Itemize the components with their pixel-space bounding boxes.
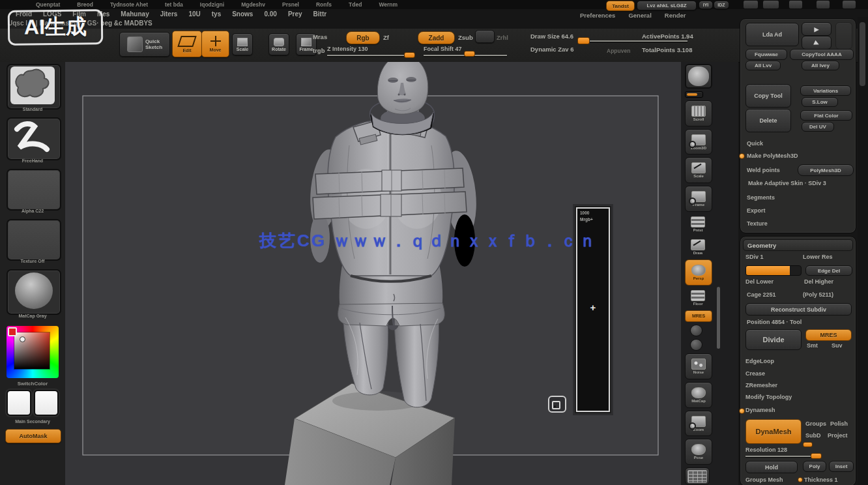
color-picker[interactable] [7, 326, 59, 378]
all-high-button[interactable]: All Ivey [802, 61, 839, 70]
menu-item[interactable]: Wernm [379, 1, 398, 9]
dynamesh-mini-thumb[interactable] [803, 442, 813, 447]
hold-button[interactable]: Hold [745, 461, 798, 473]
load-tool-button[interactable]: Lda Ad [745, 23, 799, 46]
color-picker-cursor[interactable] [20, 336, 25, 342]
stroke-thumbnail-button[interactable] [7, 117, 61, 160]
del-uv-button[interactable]: Del UV [802, 122, 834, 132]
segments-row[interactable]: Segments [747, 194, 775, 201]
shelf-mini-slider[interactable] [685, 91, 703, 98]
menu-item[interactable]: Prey [288, 10, 302, 18]
menu-tab[interactable]: Render [665, 12, 686, 19]
frame-button[interactable]: Frame [685, 186, 712, 212]
make-polymesh-row[interactable]: Make PolyMesh3D [747, 153, 798, 159]
delete-button[interactable]: Delete [745, 109, 791, 132]
zadd-button[interactable]: Zadd [418, 31, 455, 44]
menu-item[interactable]: Snows [232, 10, 253, 18]
draw-size-slider[interactable] [590, 40, 687, 42]
dynamesh-row[interactable]: Dynamesh [745, 407, 775, 413]
del-lower-button[interactable]: Del Lower [745, 278, 774, 285]
mres-shelf-button[interactable]: MRES [685, 310, 712, 321]
quick-sketch-button[interactable]: Quick Sketch [119, 32, 170, 57]
suv-toggle[interactable]: Suv [832, 342, 843, 349]
texture-thumbnail-button[interactable] [7, 219, 61, 261]
copy-tool-button[interactable]: Copy Tool [745, 84, 791, 108]
edge-del-button[interactable]: Edge Del [805, 265, 852, 276]
quick-row[interactable]: Quick [747, 140, 763, 147]
export-tool-button[interactable]: ▶ [802, 36, 832, 50]
alpha-thumbnail-button[interactable] [7, 169, 61, 211]
titlebar-wide-button[interactable]: Lvz ahkL sLG8Z [637, 1, 697, 10]
edgeloop-row[interactable]: EdgeLoop [745, 358, 774, 364]
menu-item[interactable]: Tydnsote Ahet [110, 1, 148, 9]
menu-item[interactable]: 10U [188, 10, 200, 18]
draw-size-slider-thumb[interactable] [577, 37, 590, 44]
palette-scrollbar[interactable] [858, 17, 868, 485]
menu-item[interactable]: Bittr [313, 10, 327, 18]
menu-item[interactable]: Mgdeshv [241, 1, 265, 9]
grid-button[interactable]: Grid [685, 467, 710, 485]
rotate-button[interactable]: Rotate [268, 33, 289, 55]
menu-item[interactable]: Iqodzigni [200, 1, 224, 9]
matcap-button[interactable]: MatCap [685, 382, 712, 408]
floor-button[interactable]: Floor [685, 288, 711, 308]
zmode-box[interactable] [475, 30, 495, 43]
project-toggle[interactable]: Project [828, 432, 848, 439]
shield-icon[interactable] [690, 339, 702, 351]
zoom3d-button[interactable]: Zoom3D [685, 129, 712, 155]
secondary-color-swatch[interactable] [34, 390, 59, 416]
flat-color-button[interactable]: Flat Color [800, 110, 852, 121]
menu-item[interactable]: tet bda [165, 1, 183, 9]
menu-item[interactable]: Mahunay [121, 10, 149, 18]
menu-item[interactable]: Ronfs [316, 1, 332, 9]
geometry-header[interactable]: Geometry [743, 239, 853, 251]
magnify-button[interactable]: Zoom [685, 411, 712, 437]
save-as-button[interactable]: Fquwwae [745, 49, 787, 60]
layers-button[interactable]: Pntst [685, 214, 711, 234]
weld-row[interactable]: Weld points [747, 167, 780, 173]
menu-tab[interactable]: General [628, 12, 651, 19]
divide-button[interactable]: Divide [745, 329, 802, 350]
dynamesh-button[interactable]: DynaMesh [745, 419, 802, 444]
z-intensity-slider-thumb[interactable] [404, 52, 415, 58]
zremesher-row[interactable]: ZRemesher [745, 382, 777, 389]
color-picker-inner-square[interactable] [14, 332, 50, 369]
menu-item[interactable]: 0.00 [264, 10, 276, 18]
automask-button[interactable]: AutoMask [5, 429, 61, 443]
all-low-button[interactable]: All Lvv [745, 61, 781, 70]
lower-res-button[interactable]: Lower Res [803, 254, 833, 260]
floating-panel-plus[interactable]: + [577, 302, 609, 313]
titlebar-small-button-1[interactable]: IYI [699, 1, 713, 9]
polish-toggle[interactable]: Polish [830, 420, 848, 427]
z-intensity-slider[interactable] [327, 55, 404, 56]
smt-toggle[interactable]: Smt [807, 342, 818, 349]
window-icon-button-3[interactable] [788, 0, 803, 9]
menu-item[interactable]: Quenptat [36, 1, 60, 9]
reconstruct-subdiv-button[interactable]: Reconstruct Subdiv [745, 303, 852, 316]
resolution-slider-thumb[interactable] [811, 453, 822, 459]
menu-item[interactable]: Jiters [160, 10, 178, 18]
menu-item[interactable]: Breod [77, 1, 93, 9]
copytool-button[interactable]: CopyTool AAAA [790, 49, 854, 60]
brush-thumbnail-button[interactable] [7, 64, 61, 110]
titlebar-orange-button[interactable]: Tandst [606, 1, 635, 11]
menu-item[interactable]: tys [212, 10, 221, 18]
menu-tab[interactable]: Preferences [580, 12, 615, 19]
main-color-swatch[interactable] [7, 390, 31, 416]
adaptive-skin-row[interactable]: Make Adaptive Skin · SDiv 3 [748, 180, 826, 186]
inset-button[interactable]: Inset [829, 461, 854, 472]
focal-shift-slider-thumb[interactable] [464, 51, 475, 57]
move-button[interactable]: Move [201, 31, 229, 57]
ghost-button[interactable] [835, 22, 852, 50]
groups-toggle[interactable]: Groups [805, 420, 826, 427]
import-tool-button[interactable]: ▶ [802, 22, 832, 36]
shelf-scrollbar[interactable] [717, 287, 720, 349]
material-thumb-button[interactable] [685, 64, 712, 89]
polymesh-pill-button[interactable]: PolyMesh3D [798, 164, 854, 176]
pose-button[interactable]: Pose [685, 439, 712, 465]
scale-doc-button[interactable]: Scale [685, 157, 712, 183]
modify-topology-row[interactable]: Modify Topology [745, 394, 792, 400]
undo-circle-icon[interactable] [690, 325, 702, 336]
edit-button[interactable]: Edit [172, 31, 202, 57]
scale-button[interactable]: Scale [232, 33, 253, 55]
